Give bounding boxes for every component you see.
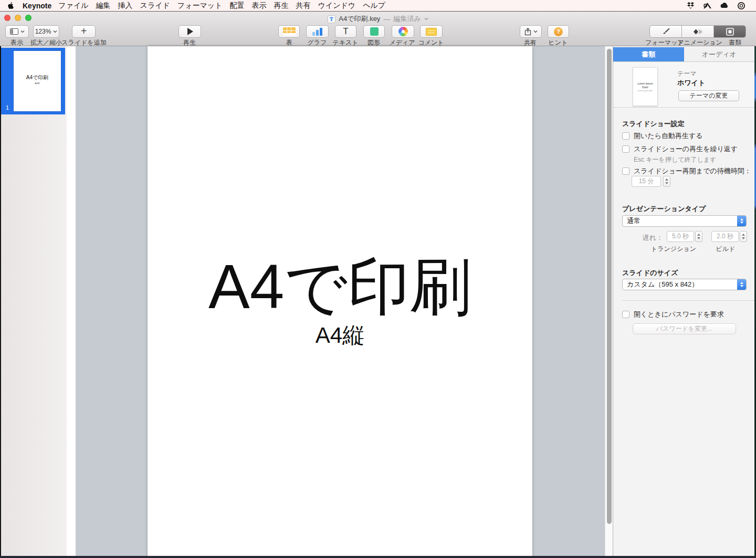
table-icon xyxy=(283,27,296,36)
window-title: A4で印刷.key — 編集済み xyxy=(0,14,756,24)
loop-label: スライドショーの再生を繰り返す xyxy=(634,144,738,154)
tab-document[interactable]: 書類 xyxy=(613,47,684,61)
dropdown-arrows-icon xyxy=(737,279,746,290)
presentation-type-heading: プレゼンテーションタイプ xyxy=(622,204,706,214)
theme-label: テーマ xyxy=(677,69,697,78)
theme-preview-text: Lorem Ipsum xyxy=(633,82,657,85)
insert-table-button[interactable] xyxy=(278,25,300,38)
slide-number: 1 xyxy=(6,104,9,111)
loop-row: スライドショーの再生を繰り返す xyxy=(622,144,738,154)
document-title-text: A4で印刷.key xyxy=(339,14,380,24)
menu-item-slide[interactable]: スライド xyxy=(140,1,170,10)
title-chevron-down-icon[interactable] xyxy=(424,17,428,20)
menu-item-format[interactable]: フォーマット xyxy=(177,1,223,10)
zoom-button[interactable]: 123% xyxy=(33,25,59,38)
insert-comment-button[interactable] xyxy=(420,25,443,38)
document-status[interactable]: 編集済み xyxy=(393,14,421,24)
menu-item-help[interactable]: ヘルプ xyxy=(363,1,385,10)
view-layout-icon xyxy=(10,28,18,35)
change-password-button[interactable]: パスワードを変更... xyxy=(633,323,736,334)
tab-audio[interactable]: オーディオ xyxy=(684,47,755,61)
share-button[interactable] xyxy=(520,25,542,38)
theme-preview: Lorem Ipsum Dolor Lorem ipsum dolor xyxy=(633,67,658,106)
build-delay-field[interactable]: 2.0 秒 xyxy=(711,231,739,242)
insert-text-button[interactable]: T xyxy=(335,25,356,38)
keynote-document-icon[interactable] xyxy=(328,15,335,23)
cloud-icon[interactable] xyxy=(720,2,729,10)
section-divider xyxy=(622,300,754,301)
play-button[interactable] xyxy=(178,25,201,38)
slide-canvas: A4で印刷 A4縦 xyxy=(76,46,605,558)
transition-label: トランジション xyxy=(651,245,696,254)
chart-icon xyxy=(312,28,322,36)
canvas-scrollbar[interactable] xyxy=(605,46,613,558)
view-button[interactable] xyxy=(5,25,29,38)
dropdown-arrows-icon xyxy=(737,216,746,226)
slide-size-heading: スライドのサイズ xyxy=(622,268,678,278)
slide-thumbnail[interactable]: A4で印刷 A4縦 xyxy=(14,51,61,111)
apple-menu-icon[interactable] xyxy=(7,2,14,9)
menu-item-window[interactable]: ウインドウ xyxy=(318,1,356,10)
canvas-scrollbar-thumb[interactable] xyxy=(607,49,612,524)
presentation-type-dropdown[interactable]: 通常 xyxy=(622,215,747,227)
menu-item-edit[interactable]: 編集 xyxy=(96,1,111,10)
tips-button[interactable]: ? xyxy=(548,25,569,38)
autoplay-checkbox[interactable] xyxy=(622,132,629,140)
menu-item-play[interactable]: 再生 xyxy=(274,1,289,10)
theme-preview-text: Lorem ipsum dolor xyxy=(633,90,657,92)
insert-media-button[interactable] xyxy=(392,25,414,38)
plus-icon: + xyxy=(81,26,87,36)
document-inspector: 書類 オーディオ Lorem Ipsum Dolor Lorem ipsum d… xyxy=(613,46,754,558)
menu-item-insert[interactable]: 挿入 xyxy=(118,1,133,10)
autoplay-label: 開いたら自動再生する xyxy=(634,131,703,141)
creative-cloud-icon[interactable] xyxy=(737,2,746,10)
menu-bar: Keynote ファイル 編集 挿入 スライド フォーマット 配置 表示 再生 … xyxy=(0,0,756,12)
menu-item-arrange[interactable]: 配置 xyxy=(230,1,245,10)
insert-shape-button[interactable] xyxy=(363,25,385,38)
text-icon: T xyxy=(343,26,348,37)
slide-subtitle-text[interactable]: A4縦 xyxy=(148,324,532,346)
menu-item-view[interactable]: 表示 xyxy=(252,1,267,10)
menu-app-name[interactable]: Keynote xyxy=(23,2,51,10)
shape-icon xyxy=(370,27,379,36)
theme-name: ホワイト xyxy=(677,78,705,88)
require-password-checkbox[interactable] xyxy=(622,311,629,318)
share-icon xyxy=(524,28,531,36)
loop-hint-text: Esc キーを押して終了します xyxy=(634,155,716,164)
slide-size-dropdown[interactable]: カスタム（595 x 842） xyxy=(622,279,747,290)
build-delay-stepper[interactable] xyxy=(740,231,747,242)
wait-time-stepper[interactable] xyxy=(663,176,670,187)
transition-delay-field[interactable]: 5.0 秒 xyxy=(667,231,694,242)
menu-item-share[interactable]: 共有 xyxy=(296,1,311,10)
slide-page[interactable]: A4で印刷 A4縦 xyxy=(148,46,532,558)
animate-panel-button[interactable] xyxy=(682,26,714,37)
desktop-edge-bottom xyxy=(0,556,756,558)
wait-row: スライドショー再開までの待機時間： xyxy=(622,166,751,176)
panel-segmented-control xyxy=(649,25,746,38)
theme-preview-text: Dolor xyxy=(633,86,657,89)
insert-chart-button[interactable] xyxy=(306,25,329,38)
loop-checkbox[interactable] xyxy=(622,145,629,153)
autoplay-row: 開いたら自動再生する xyxy=(622,131,703,141)
thumbnail-subtitle: A4縦 xyxy=(14,82,61,85)
chevron-down-icon xyxy=(533,30,538,33)
slide-navigator-item-1[interactable]: 1 A4で印刷 A4縦 xyxy=(1,48,65,114)
wait-time-field[interactable]: 15 分 xyxy=(632,176,661,187)
require-password-label: 開くときにパスワードを要求 xyxy=(634,310,724,319)
dropbox-icon[interactable] xyxy=(686,2,695,10)
autodesk-icon[interactable] xyxy=(703,2,712,10)
chevron-down-icon xyxy=(20,30,25,33)
paintbrush-icon xyxy=(662,28,670,35)
document-panel-icon xyxy=(726,28,734,36)
transition-delay-stepper[interactable] xyxy=(695,231,702,242)
delay-label: 遅れ： xyxy=(639,233,663,243)
wait-checkbox[interactable] xyxy=(622,167,629,175)
add-slide-button[interactable]: + xyxy=(72,25,96,38)
format-panel-button[interactable] xyxy=(650,26,682,37)
document-panel-button[interactable] xyxy=(714,26,746,37)
thumbnail-title: A4で印刷 xyxy=(14,74,61,81)
slide-title-text[interactable]: A4で印刷 xyxy=(148,256,532,318)
menu-item-file[interactable]: ファイル xyxy=(58,1,88,10)
change-theme-button[interactable]: テーマの変更 xyxy=(678,90,739,101)
build-label: ビルド xyxy=(716,245,736,254)
